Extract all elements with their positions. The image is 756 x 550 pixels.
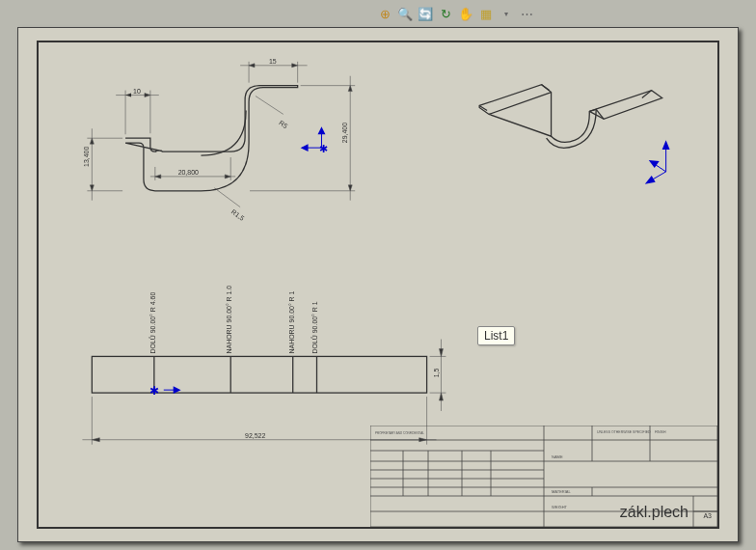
front-profile-view: 10 15 13,400 <box>83 58 355 222</box>
svg-text:FINISH: FINISH <box>655 430 666 434</box>
svg-marker-30 <box>301 144 309 151</box>
svg-marker-8 <box>292 64 298 68</box>
svg-line-33 <box>542 85 550 91</box>
origin-triad-flat[interactable]: ✱ <box>149 384 181 398</box>
bend-note-2: NAHORU 90.00° R 1.0 <box>226 286 232 354</box>
dim-r15: R1,5 <box>230 208 246 222</box>
svg-line-26 <box>214 188 240 207</box>
svg-rect-40 <box>92 356 426 393</box>
svg-marker-53 <box>92 438 99 442</box>
svg-marker-24 <box>225 175 230 179</box>
svg-marker-4 <box>145 94 150 97</box>
dim-20800: 20,800 <box>178 169 199 176</box>
origin-triad-iso[interactable] <box>645 140 670 184</box>
svg-text:MATERIAL: MATERIAL <box>552 489 571 494</box>
svg-line-25 <box>256 96 284 115</box>
svg-marker-13 <box>90 138 94 144</box>
part-name: zákl.plech <box>620 504 688 521</box>
rotate-icon[interactable]: 🔄 <box>417 5 434 22</box>
svg-text:✱: ✱ <box>319 143 328 154</box>
flat-pattern-view: DOLŮ 90.00° R 4.60 NAHORU 90.00° R 1.0 N… <box>82 286 446 445</box>
svg-marker-35 <box>662 140 670 150</box>
svg-marker-49 <box>439 393 443 400</box>
display-style-icon[interactable]: ▦ <box>477 5 495 22</box>
svg-marker-28 <box>317 126 325 134</box>
dim-29400: 29,400 <box>341 123 348 143</box>
pan-icon[interactable]: ✋ <box>457 5 474 22</box>
sheet-tooltip: List1 <box>477 326 515 345</box>
svg-marker-14 <box>90 185 94 191</box>
isometric-view <box>479 85 669 184</box>
zoom-fit-icon[interactable]: ⊕ <box>376 5 393 22</box>
svg-marker-19 <box>348 185 352 191</box>
svg-marker-48 <box>439 348 443 356</box>
svg-text:✱: ✱ <box>149 384 159 398</box>
dropdown-icon[interactable]: ▾ <box>498 5 515 22</box>
dim-thickness: 1,5 <box>433 368 440 377</box>
refresh-icon[interactable]: ↻ <box>437 5 454 22</box>
drawing-sheet[interactable]: .thin { stroke:#555; stroke-width:0.7; f… <box>17 27 739 542</box>
view-toolbar: ⊕ 🔍 🔄 ↻ ✋ ▦ ▾ ⋯ <box>376 4 535 23</box>
svg-marker-3 <box>125 94 131 97</box>
svg-text:NAME: NAME <box>552 454 563 459</box>
dim-15: 15 <box>269 58 277 65</box>
sheet-format: A3 <box>703 512 712 519</box>
bend-note-4: DOLŮ 90.00° R 1 <box>310 301 318 353</box>
dim-flatlength: 92,522 <box>245 432 265 439</box>
dim-10: 10 <box>133 88 141 95</box>
svg-marker-9 <box>249 64 255 68</box>
svg-marker-23 <box>155 175 161 179</box>
svg-marker-18 <box>348 86 352 92</box>
zoom-area-icon[interactable]: 🔍 <box>396 5 414 22</box>
options-icon[interactable]: ⋯ <box>518 5 535 22</box>
title-block: .tb{stroke:#444;stroke-width:0.8;fill:no… <box>370 426 717 527</box>
dim-13400: 13,400 <box>83 147 90 167</box>
svg-text:PROPRIETARY AND CONFIDENTIAL: PROPRIETARY AND CONFIDENTIAL <box>375 431 424 435</box>
bend-note-1: DOLŮ 90.00° R 4.60 <box>148 292 156 354</box>
svg-marker-37 <box>645 176 656 184</box>
svg-text:UNLESS OTHERWISE SPECIFIED: UNLESS OTHERWISE SPECIFIED <box>597 430 651 434</box>
dim-r5: R5 <box>278 119 288 129</box>
bend-note-3: NAHORU 90.00° R 1 <box>288 290 295 353</box>
drawing-frame: .thin { stroke:#555; stroke-width:0.7; f… <box>37 41 719 529</box>
origin-triad-front[interactable]: ✱ <box>301 126 329 154</box>
svg-text:WEIGHT: WEIGHT <box>552 505 568 509</box>
